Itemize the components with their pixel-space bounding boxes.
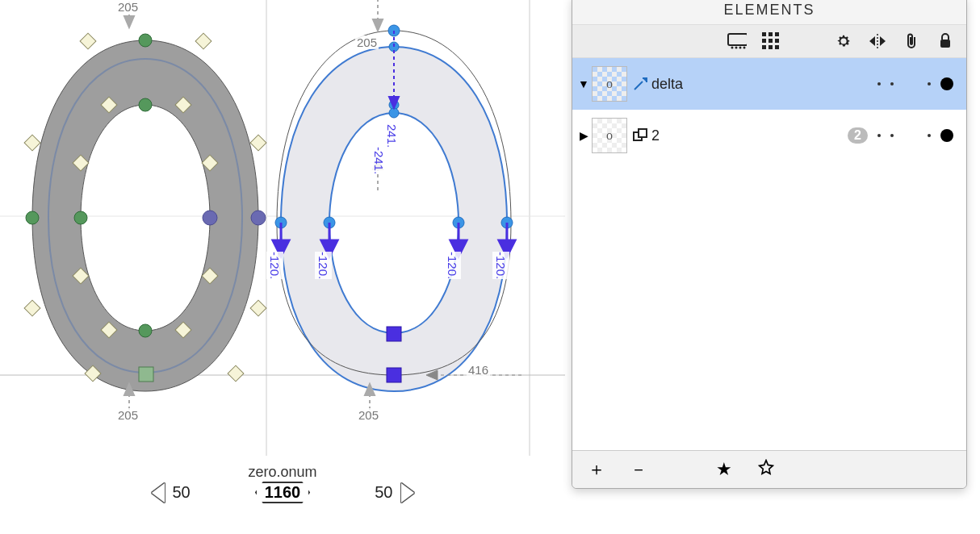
delta-ext-2: -120. <box>315 252 332 279</box>
add-layer-button[interactable]: ＋ <box>587 457 606 482</box>
measure-inner-top1: 241. <box>383 124 400 148</box>
svg-point-5 <box>139 98 152 111</box>
svg-point-6 <box>26 211 39 224</box>
svg-rect-17 <box>250 135 266 151</box>
svg-rect-72 <box>769 45 773 49</box>
layer-option-dot[interactable] <box>928 82 931 86</box>
svg-rect-60 <box>728 34 747 45</box>
group-icon <box>632 127 648 144</box>
layer-visibility-dot[interactable] <box>940 129 953 142</box>
svg-marker-76 <box>880 36 886 46</box>
metrics-row: 50 1160 50 <box>0 482 565 503</box>
layer-option-dot[interactable] <box>890 134 894 137</box>
svg-point-61 <box>731 47 734 49</box>
svg-rect-67 <box>775 32 779 36</box>
elements-panel-title: ELEMENTS <box>572 0 966 25</box>
right-sidebearing-value[interactable]: 50 <box>375 483 392 502</box>
svg-rect-73 <box>775 45 779 49</box>
rsb-right-arrow-icon[interactable] <box>401 483 414 503</box>
layer-option-dot[interactable] <box>890 82 894 86</box>
glyph-canvas[interactable]: 205 205 205 205 241. -241. -120. -120. -… <box>0 0 565 534</box>
layer-option-dot[interactable] <box>877 134 881 137</box>
glyph-name-label: zero.onum <box>248 464 316 481</box>
svg-point-8 <box>139 324 152 337</box>
svg-point-63 <box>739 47 742 49</box>
star-filled-icon[interactable]: ★ <box>714 459 734 480</box>
disclosure-toggle[interactable]: ▼ <box>576 77 592 90</box>
gear-icon[interactable] <box>834 31 853 51</box>
svg-point-11 <box>251 211 266 225</box>
layer-name-label: 2 <box>651 127 660 144</box>
svg-marker-29 <box>124 16 134 27</box>
svg-rect-27 <box>228 365 244 382</box>
svg-rect-70 <box>775 39 779 43</box>
star-outline-icon[interactable] <box>756 459 776 480</box>
keyboard-icon[interactable] <box>727 31 747 51</box>
svg-rect-23 <box>250 300 266 316</box>
elements-toolbar <box>572 25 966 58</box>
svg-rect-22 <box>24 300 40 316</box>
layer-thumbnail: o <box>592 118 627 153</box>
measure-top-left: 205 <box>116 0 140 14</box>
measure-bottom-left: 205 <box>116 408 140 422</box>
remove-layer-button[interactable]: － <box>629 457 648 482</box>
svg-rect-66 <box>769 32 773 36</box>
measure-bottom-right: 205 <box>357 408 380 422</box>
layer-row-delta[interactable]: ▼ o delta <box>572 58 966 110</box>
svg-rect-13 <box>195 33 211 49</box>
svg-point-10 <box>203 211 217 225</box>
layer-name-label: delta <box>651 76 683 93</box>
paperclip-icon[interactable] <box>902 31 921 51</box>
left-sidebearing-value[interactable]: 50 <box>173 483 191 502</box>
svg-point-7 <box>74 211 87 224</box>
disclosure-toggle[interactable]: ▶ <box>576 129 592 142</box>
delta-ext-1: -120. <box>266 252 283 279</box>
svg-rect-71 <box>762 45 766 49</box>
measure-baseline: 416 <box>467 363 490 377</box>
grid-icon[interactable] <box>761 31 781 51</box>
layer-count-badge: 2 <box>848 127 868 144</box>
svg-rect-69 <box>769 39 773 43</box>
layer-row-group[interactable]: ▶ o 2 2 <box>572 110 966 161</box>
delta-ext-4: -120. <box>492 252 509 279</box>
layer-list: ▼ o delta ▶ o 2 2 <box>572 58 966 450</box>
svg-marker-75 <box>869 36 875 46</box>
elements-footer: ＋ － ★ <box>572 450 966 488</box>
layer-option-dot[interactable] <box>877 82 881 86</box>
svg-rect-16 <box>24 135 40 151</box>
svg-marker-53 <box>373 19 383 31</box>
svg-point-4 <box>139 34 152 47</box>
svg-rect-40 <box>387 327 401 341</box>
advance-width-value[interactable]: 1160 <box>255 482 311 503</box>
svg-rect-12 <box>80 33 96 49</box>
layer-visibility-dot[interactable] <box>940 77 953 90</box>
elements-panel: ELEMENTS ▼ o delta <box>572 0 967 489</box>
svg-rect-68 <box>762 39 766 43</box>
lsb-left-arrow-icon[interactable] <box>152 483 165 503</box>
component-link-icon <box>632 76 648 92</box>
svg-rect-65 <box>762 32 766 36</box>
measure-inner-top2: -241. <box>371 147 387 174</box>
layer-thumbnail: o <box>592 66 627 102</box>
measure-top-right: 205 <box>355 35 379 49</box>
svg-point-62 <box>735 47 738 49</box>
delta-ext-3: -120. <box>444 252 461 279</box>
svg-rect-80 <box>639 129 647 137</box>
svg-rect-9 <box>139 367 153 382</box>
svg-rect-77 <box>940 40 950 48</box>
layer-option-dot[interactable] <box>928 134 931 137</box>
svg-rect-41 <box>387 368 401 382</box>
lock-icon[interactable] <box>936 31 955 51</box>
flip-icon[interactable] <box>868 31 887 51</box>
svg-point-64 <box>743 47 746 49</box>
